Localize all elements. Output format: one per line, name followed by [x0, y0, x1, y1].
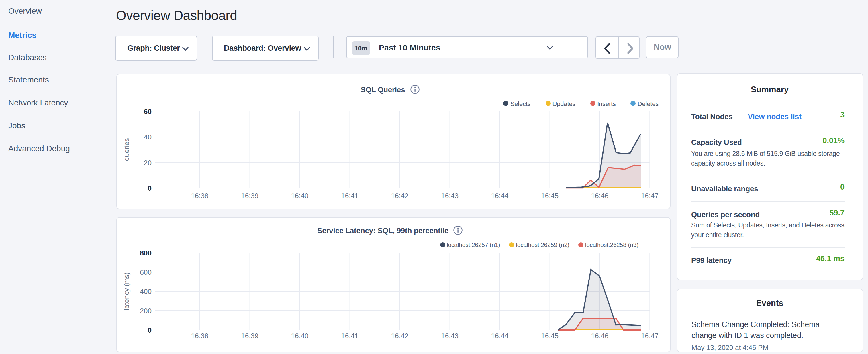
svg-text:16:41: 16:41: [341, 192, 359, 200]
svg-text:20: 20: [144, 159, 152, 167]
svg-text:0: 0: [148, 326, 152, 334]
svg-text:16:43: 16:43: [441, 192, 459, 200]
svg-text:16:46: 16:46: [591, 192, 608, 200]
svg-text:16:42: 16:42: [391, 192, 408, 200]
svg-text:16:43: 16:43: [441, 332, 459, 340]
svg-text:16:40: 16:40: [291, 332, 308, 340]
svg-text:16:47: 16:47: [641, 332, 658, 340]
svg-text:16:44: 16:44: [491, 332, 508, 340]
svg-text:queries: queries: [123, 138, 130, 161]
svg-text:16:45: 16:45: [541, 192, 559, 200]
svg-text:16:38: 16:38: [191, 332, 208, 340]
svg-text:600: 600: [140, 268, 152, 276]
svg-text:16:42: 16:42: [391, 332, 408, 340]
svg-text:16:46: 16:46: [591, 332, 608, 340]
svg-text:16:39: 16:39: [241, 332, 258, 340]
svg-text:16:39: 16:39: [241, 192, 258, 200]
svg-text:800: 800: [140, 249, 152, 257]
svg-text:400: 400: [140, 288, 152, 295]
svg-text:60: 60: [144, 108, 152, 116]
svg-text:16:45: 16:45: [541, 332, 559, 340]
svg-text:200: 200: [140, 307, 152, 315]
svg-text:latency (ms): latency (ms): [123, 272, 130, 310]
svg-text:16:40: 16:40: [291, 192, 308, 200]
svg-text:16:41: 16:41: [341, 332, 359, 340]
svg-text:16:38: 16:38: [191, 192, 208, 200]
svg-text:16:44: 16:44: [491, 192, 508, 200]
svg-text:0: 0: [148, 185, 152, 192]
svg-text:40: 40: [144, 133, 152, 141]
svg-text:16:47: 16:47: [641, 192, 658, 200]
